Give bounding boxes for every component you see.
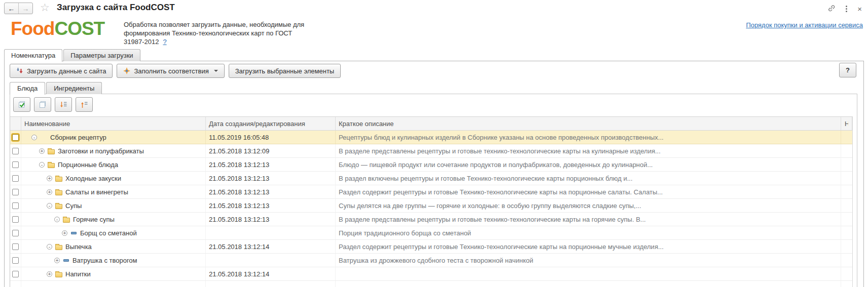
expand-node-icon[interactable]: +: [39, 148, 45, 154]
expand-node-icon[interactable]: +: [47, 271, 52, 277]
get-link-icon[interactable]: [827, 4, 836, 14]
table-row[interactable]: -Выпечка21.05.2018 13:12:14Раздел содерж…: [10, 240, 852, 254]
table-row[interactable]: +Напитки21.05.2018 13:12:14: [10, 267, 852, 281]
expand-node-icon[interactable]: +: [62, 230, 67, 236]
row-desc-cell: Супы делятся на две группы — горячие и х…: [336, 199, 841, 212]
collapse-node-icon[interactable]: -: [39, 162, 45, 168]
tab-ingredients[interactable]: Ингредиенты: [46, 82, 102, 94]
row-date-cell: 21.05.2018 13:12:09: [206, 144, 336, 157]
row-checkbox[interactable]: [12, 202, 19, 209]
back-button[interactable]: ←: [5, 3, 19, 14]
header-check-column[interactable]: [10, 117, 21, 130]
expand-node-icon[interactable]: +: [47, 176, 52, 181]
row-checkbox[interactable]: [12, 216, 19, 223]
row-checkbox[interactable]: [12, 243, 19, 250]
nomenclature-tab-content: Загрузить данные с сайта Заполнить соотв…: [4, 61, 864, 287]
expand-all-button[interactable]: [55, 97, 72, 112]
table-row[interactable]: +Холодные закуски21.05.2018 13:12:13В ра…: [10, 172, 852, 185]
collapse-node-icon[interactable]: -: [54, 217, 60, 222]
row-checkbox[interactable]: [12, 134, 19, 141]
row-desc-cell: В разделе представлены рецептуры и готов…: [336, 144, 841, 157]
header-name-column[interactable]: Наименование: [21, 117, 206, 130]
row-last-cell: [841, 240, 852, 253]
collapse-node-icon[interactable]: -: [47, 203, 52, 209]
row-name: Выпечка: [65, 243, 92, 251]
row-name-cell: -Порционные блюда: [21, 158, 206, 171]
row-name-cell: -Супы: [21, 199, 206, 212]
tree-toolbar: [13, 97, 93, 112]
tab-nomenclature[interactable]: Номенклатура: [4, 49, 62, 62]
row-name: Заготовки и полуфабрикаты: [58, 147, 144, 155]
row-last-cell: [841, 185, 852, 198]
row-name-cell: -Выпечка: [21, 240, 206, 253]
folder-icon: [63, 218, 70, 223]
folder-icon: [55, 245, 62, 250]
forward-button[interactable]: →: [19, 3, 32, 14]
table-row[interactable]: -Горячие супы21.05.2018 13:12:13В раздел…: [10, 213, 852, 226]
table-row[interactable]: -Порционные блюда21.05.2018 13:12:13Блюд…: [10, 158, 852, 172]
row-checkbox[interactable]: [12, 161, 19, 168]
row-desc-cell: Раздел содержит рецептуры и готовые Техн…: [336, 240, 841, 253]
item-icon: [71, 232, 77, 234]
description-line1: Обработка позволяет загрузить данные, не…: [124, 20, 327, 29]
collapse-node-icon[interactable]: -: [47, 244, 52, 250]
row-check-cell: [10, 131, 21, 144]
more-menu-icon[interactable]: [846, 6, 847, 12]
table-row[interactable]: -Сборник рецептур11.05.2019 16:05:48Реце…: [10, 131, 852, 144]
set-all-flags-button[interactable]: [13, 97, 30, 112]
row-name: Напитки: [65, 270, 91, 278]
tab-dishes[interactable]: Блюда: [10, 82, 45, 95]
favorite-star-icon[interactable]: ☆: [40, 2, 50, 14]
header-desc-column[interactable]: Краткое описание: [336, 117, 841, 130]
close-icon[interactable]: ×: [857, 6, 862, 13]
row-checkbox[interactable]: [12, 175, 19, 182]
row-checkbox[interactable]: [12, 257, 19, 264]
table-row[interactable]: +Салаты и винегреты21.05.2018 13:12:13Ра…: [10, 185, 852, 199]
row-name-cell: +Холодные закуски: [21, 172, 206, 185]
row-name-cell: -Сборник рецептур: [21, 131, 206, 144]
row-desc-cell: В раздел включены рецептуры и готовые Те…: [336, 172, 841, 185]
row-date-cell: 21.05.2018 13:12:13: [206, 199, 336, 212]
row-name-cell: +Ватрушка с творогом: [21, 254, 206, 267]
row-check-cell: [10, 144, 21, 157]
row-desc-cell: Раздел содержит рецептуры и готовые Техн…: [336, 185, 841, 198]
tab-load-params[interactable]: Параметры загрузки: [63, 49, 140, 61]
foodcost-load-window: ← → ☆ Загрузка с сайта FoodCOST × FoodCO…: [0, 0, 868, 287]
purchase-activation-link[interactable]: Порядок покупки и активации сервиса: [746, 21, 863, 29]
row-checkbox[interactable]: [12, 271, 19, 277]
row-check-cell: [10, 240, 21, 253]
table-row[interactable]: +Борщ со сметанойПорция традиционного бо…: [10, 226, 852, 240]
row-checkbox[interactable]: [12, 148, 19, 154]
row-name: Холодные закуски: [65, 175, 121, 182]
folder-icon: [48, 163, 55, 168]
load-from-site-button[interactable]: Загрузить данные с сайта: [10, 64, 113, 78]
clear-all-flags-button[interactable]: [34, 97, 51, 112]
header-truncated-column[interactable]: Н: [841, 117, 852, 130]
header-date-column[interactable]: Дата создания/редактирования: [206, 117, 336, 130]
table-header: Наименование Дата создания/редактировани…: [10, 117, 852, 131]
row-check-cell: [10, 226, 21, 239]
row-date-cell: [206, 281, 336, 287]
table-row[interactable]: -Супы21.05.2018 13:12:13Супы делятся на …: [10, 199, 852, 213]
gost-help-link[interactable]: ?: [163, 38, 166, 46]
collapse-all-button[interactable]: [76, 97, 93, 112]
row-name-cell: +Борщ со сметаной: [21, 226, 206, 239]
load-selected-button[interactable]: Загрузить выбранные элементы: [229, 64, 341, 78]
load-selected-label: Загрузить выбранные элементы: [235, 67, 334, 75]
expand-node-icon[interactable]: +: [54, 258, 60, 263]
row-last-cell: [841, 158, 852, 171]
help-button[interactable]: ?: [839, 63, 856, 77]
row-name: Салаты и винегреты: [65, 188, 128, 196]
row-desc-cell: [336, 267, 841, 280]
table-row[interactable]: +Заготовки и полуфабрикаты21.05.2018 13:…: [10, 144, 852, 158]
fill-matches-button[interactable]: Заполнить соответствия: [117, 64, 224, 78]
table-row[interactable]: +Ватрушка с творогомВатрушка из дрожжево…: [10, 254, 852, 267]
collapse-node-icon[interactable]: -: [31, 135, 37, 140]
folder-icon: [48, 149, 55, 154]
row-last-cell: [841, 213, 852, 226]
row-desc-cell: [336, 281, 841, 287]
row-checkbox[interactable]: [12, 230, 19, 236]
expand-node-icon[interactable]: +: [47, 189, 52, 195]
row-date-cell: 21.05.2018 13:12:13: [206, 158, 336, 171]
row-checkbox[interactable]: [12, 189, 19, 195]
